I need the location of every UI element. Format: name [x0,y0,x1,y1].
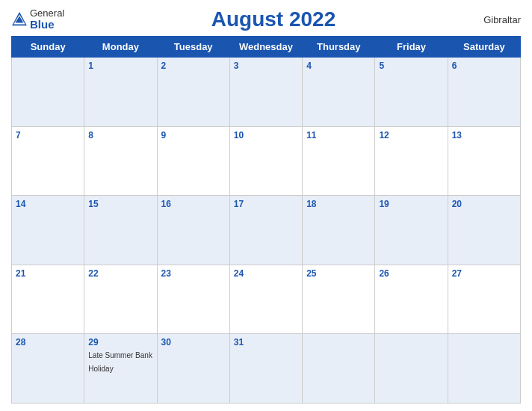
calendar-cell: 3 [229,58,302,127]
calendar-cell: 4 [303,58,375,127]
header-thursday: Thursday [303,37,375,58]
day-number: 24 [234,268,298,279]
calendar-cell [12,58,84,127]
calendar-cell: 20 [448,196,520,265]
day-number: 21 [16,268,80,279]
header-wednesday: Wednesday [229,37,302,58]
calendar-cell: 1 [84,58,157,127]
region-label: Gibraltar [461,14,521,25]
calendar-cell: 29Late Summer Bank Holiday [84,334,157,404]
day-number: 7 [16,130,80,140]
day-number: 8 [88,130,152,140]
calendar-cell: 23 [157,265,229,334]
day-number: 27 [452,268,516,279]
logo: General Blue [11,8,86,31]
logo-text: General Blue [30,8,64,31]
day-number: 5 [379,61,443,71]
calendar-cell: 9 [157,126,229,196]
logo-general-text: General [30,8,64,19]
calendar-cell: 26 [375,265,448,334]
calendar-cell [375,334,448,404]
day-number: 14 [16,199,80,209]
calendar-row: 2829Late Summer Bank Holiday3031 [12,334,521,404]
day-number: 31 [234,337,298,347]
day-number: 20 [452,199,516,209]
calendar-row: 78910111213 [12,126,521,196]
day-number: 29 [88,337,152,347]
day-number: 1 [88,61,152,71]
day-number: 17 [234,199,298,209]
calendar-cell: 19 [375,196,448,265]
calendar-cell [448,334,520,404]
header-saturday: Saturday [448,37,520,58]
logo-blue-text: Blue [30,19,64,31]
calendar-cell: 5 [375,58,448,127]
day-number: 11 [306,130,371,140]
day-number: 25 [306,268,371,279]
event-label: Late Summer Bank Holiday [88,351,152,373]
calendar-cell: 11 [303,126,375,196]
header-sunday: Sunday [12,37,84,58]
day-number: 9 [161,130,226,140]
header-tuesday: Tuesday [157,37,229,58]
calendar-cell: 2 [157,58,229,127]
calendar-cell: 18 [303,196,375,265]
calendar-table: Sunday Monday Tuesday Wednesday Thursday… [11,36,521,404]
calendar-cell: 10 [229,126,302,196]
day-number: 12 [379,130,443,140]
calendar-cell: 28 [12,334,84,404]
day-number: 23 [161,268,226,279]
day-number: 30 [161,337,226,347]
calendar-cell: 14 [12,196,84,265]
calendar-cell: 16 [157,196,229,265]
day-number: 10 [234,130,298,140]
calendar-row: 123456 [12,58,521,127]
day-number: 4 [306,61,371,71]
calendar-cell: 13 [448,126,520,196]
day-number: 18 [306,199,371,209]
day-number: 15 [88,199,152,209]
day-number: 3 [234,61,298,71]
calendar-cell: 31 [229,334,302,404]
day-number: 19 [379,199,443,209]
calendar-cell: 22 [84,265,157,334]
day-number: 6 [452,61,516,71]
day-number: 16 [161,199,226,209]
logo-icon [11,11,28,28]
calendar-cell: 7 [12,126,84,196]
calendar-row: 21222324252627 [12,265,521,334]
calendar-cell: 30 [157,334,229,404]
calendar-title: August 2022 [86,7,461,31]
calendar-cell [303,334,375,404]
calendar-cell: 17 [229,196,302,265]
header-friday: Friday [375,37,448,58]
calendar-cell: 8 [84,126,157,196]
calendar-cell: 12 [375,126,448,196]
day-number: 22 [88,268,152,279]
day-number: 26 [379,268,443,279]
calendar-cell: 15 [84,196,157,265]
calendar-cell: 21 [12,265,84,334]
day-number: 2 [161,61,226,71]
day-number: 13 [452,130,516,140]
calendar-cell: 6 [448,58,520,127]
header-monday: Monday [84,37,157,58]
day-number: 28 [16,337,80,347]
calendar-cell: 27 [448,265,520,334]
weekday-header-row: Sunday Monday Tuesday Wednesday Thursday… [12,37,521,58]
calendar-cell: 25 [303,265,375,334]
calendar-cell: 24 [229,265,302,334]
calendar-row: 14151617181920 [12,196,521,265]
calendar-header: General Blue August 2022 Gibraltar [11,7,521,31]
